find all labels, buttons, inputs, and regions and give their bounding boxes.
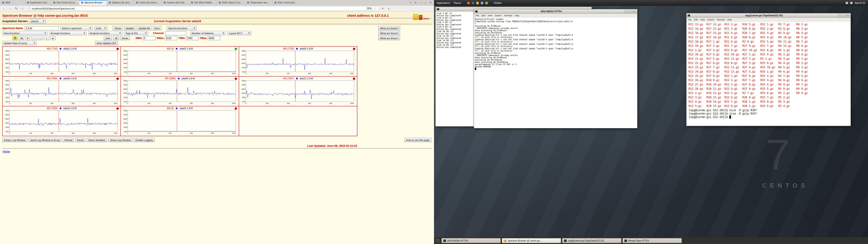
window-titlebar[interactable]: AIDA MIDAS HTTPd _ □ ×: [474, 9, 637, 14]
menu-help[interactable]: Help: [515, 14, 519, 17]
taskbar-window-button[interactable]: Spectrum Browser @ carme-gsi …: [502, 238, 561, 243]
auto-update-button[interactable]: Auto Update OFF: [95, 41, 118, 45]
menu-terminal[interactable]: Terminal: [504, 14, 512, 17]
delete-icon[interactable]: ×: [25, 36, 30, 40]
acquisition-server-select[interactable]: aida16: [30, 19, 46, 23]
browser-tab[interactable]: Control @ carme-…: [134, 0, 162, 5]
browser-tab[interactable]: GSI White Rabbit …: [189, 0, 217, 5]
terminal-launcher-icon[interactable]: [471, 2, 474, 4]
file-listing[interactable]: R12 13.gz R17 12.gz R21 2.gz R26 5.gz R3…: [686, 22, 850, 108]
places-menu[interactable]: Places: [454, 2, 461, 4]
view-functions-select[interactable]: View functions: [2, 31, 48, 35]
spectrum-plot-cell[interactable]: 465 (7742)aida01 1.8.W950090008500800075…: [2, 47, 121, 77]
action-update-button[interactable]: Update: [124, 26, 135, 30]
spectrum-plot[interactable]: 9500900085008000750070000200400600800100…: [240, 50, 356, 74]
close-icon[interactable]: [429, 1, 433, 4]
volume-icon[interactable]: [846, 2, 848, 4]
browser-tab[interactable]: Run Control @ ca…: [51, 0, 79, 5]
home-icon[interactable]: [20, 6, 25, 11]
play-icon[interactable]: ▶: [51, 36, 56, 40]
channel-input[interactable]: [165, 31, 186, 35]
menu-edit[interactable]: Edit: [694, 18, 698, 21]
browser-tab[interactable]: ASIC Control @ c…: [272, 0, 300, 5]
action-update-all-button[interactable]: Update All: [136, 26, 151, 30]
spectrum-plot[interactable]: 9500900085008000750070000200400600800100…: [240, 80, 356, 104]
taskbar-window-button[interactable]: npg@carme-gsi:/TapeData/G22-201: [562, 238, 621, 243]
footer-show-log-window-button[interactable]: Show Log Window: [108, 138, 132, 142]
list-tabs-icon[interactable]: [414, 1, 418, 4]
galleries-select[interactable]: Number of Galleries: [190, 31, 225, 35]
show-desktop-icon[interactable]: [436, 239, 439, 242]
select-spectrum-select[interactable]: Select a spectrum: [60, 26, 92, 30]
spectra-functions-select[interactable]: Spectra functions: [167, 26, 197, 30]
browser-tab[interactable]: System wide Che…: [162, 0, 189, 5]
spectrum-name-input[interactable]: [25, 26, 59, 30]
footer-enable-logging-button[interactable]: Enable Logging: [133, 138, 154, 142]
spectrum-plot-cell[interactable]: 465 (7562)aida15 1.8.W950090008500800075…: [2, 106, 121, 136]
reload-icon[interactable]: [14, 6, 19, 11]
text-editor-launcher-icon[interactable]: [480, 2, 484, 4]
site-info-icon[interactable]: i: [28, 7, 31, 10]
terminal-output[interactable]: RunControlClient loaded Completed custom…: [474, 18, 637, 71]
spectrum-plot[interactable]: 9500900085008000750070000200400600800100…: [3, 110, 119, 134]
minimize-icon[interactable]: [418, 1, 423, 4]
analysis-functions-select[interactable]: Analysis functions: [88, 31, 122, 35]
spectrum-plot[interactable]: 9500900085008000750070000200400600800100…: [3, 50, 119, 74]
menu-help[interactable]: Help: [727, 18, 732, 21]
url-bar[interactable]: i localhost:8015/Spectrum/Spectrum.tml 9…: [26, 6, 379, 11]
menu-edit[interactable]: Edit: [482, 14, 485, 17]
menu-view[interactable]: View: [488, 14, 492, 17]
spectrum-plot-cell[interactable]: 465 (8085)aida09 1.8.W950090008500800075…: [121, 77, 239, 106]
menu-search[interactable]: Search: [707, 18, 714, 21]
maximize-icon[interactable]: □: [842, 14, 845, 17]
what-are-these-button[interactable]: What are these?: [378, 36, 400, 40]
footer-reload-button[interactable]: Reload: [63, 138, 74, 142]
forward-icon[interactable]: [8, 6, 12, 11]
multi-select[interactable]: multi: [94, 26, 107, 30]
files-launcher-icon[interactable]: [476, 2, 479, 4]
what-are-these-button[interactable]: What are these?: [378, 26, 400, 30]
taskbar-window-button[interactable]: AIDA MIDAS HTTPd: [441, 238, 501, 243]
spectrum-plot[interactable]: 9500900085008000750070000200400600800100…: [122, 80, 238, 104]
browser-tab[interactable]: FADC Align & Con…: [217, 0, 245, 5]
spectrum-plot-cell[interactable]: 465 (7702)aida05 1.8.W950090008500800075…: [239, 47, 357, 77]
magnifier-icon[interactable]: [19, 36, 24, 40]
browser-tab[interactable]: Experiment Cont…: [25, 0, 51, 5]
how-to-use-button[interactable]: How to use this page: [404, 138, 431, 142]
browser-tab[interactable]: Spectrum Browse…: [79, 0, 107, 5]
maximize-icon[interactable]: □: [629, 10, 632, 13]
menu-file[interactable]: File: [475, 14, 479, 17]
clock[interactable]: Sat 01:21: [855, 2, 865, 4]
spectrum-plot[interactable]: 9500900085008000750070000200400600800100…: [122, 110, 238, 134]
spectrum-plot-cell[interactable]: 465 (0)aida02 1.8.W950090008500800075007…: [121, 47, 239, 77]
zoom-indicator[interactable]: 90%: [366, 7, 373, 10]
xmax-input[interactable]: [165, 36, 177, 40]
window-titlebar[interactable]: npg@carme-gsi:/TapeData/G22-201 _ □ ×: [686, 13, 850, 18]
mode-all-button[interactable]: all: [113, 36, 119, 40]
arrow-right-icon[interactable]: →: [38, 36, 43, 40]
spectrum-plot-cell[interactable]: 465 (7866)aida06 1.8.W950090008500800075…: [2, 77, 121, 106]
tags-fits-select[interactable]: Tags & Fits: [124, 31, 148, 35]
what-are-these-button[interactable]: What are these?: [378, 31, 400, 35]
home-link[interactable]: Home: [3, 150, 10, 153]
menu-search[interactable]: Search: [495, 14, 502, 17]
menu-terminal[interactable]: Terminal: [717, 18, 725, 21]
ymin-input[interactable]: [186, 36, 198, 40]
minimize-icon[interactable]: _: [838, 14, 841, 17]
close-icon[interactable]: ×: [846, 14, 849, 17]
shell-prompt[interactable]: [npg@carme-gsi G22-201]$ nice -9 gzip R3…: [686, 108, 850, 119]
update-rate-select[interactable]: Update Rate (4 secs): [2, 41, 37, 45]
xmin-input[interactable]: [143, 36, 156, 40]
maximize-icon[interactable]: [424, 1, 428, 4]
menu-icon[interactable]: [380, 6, 385, 11]
browser-tab[interactable]: Temperature and …: [245, 0, 272, 5]
footer-reset-button[interactable]: Reset: [75, 138, 86, 142]
system-monitor-launcher-icon[interactable]: [485, 2, 488, 4]
menu-view[interactable]: View: [700, 18, 705, 21]
browser-tab[interactable]: Statistics @ carm…: [107, 0, 134, 5]
action-show-button[interactable]: Show: [113, 26, 123, 30]
back-icon[interactable]: [2, 6, 6, 11]
spectrum-plot[interactable]: 9500900085008000750070000200400600800100…: [122, 50, 238, 74]
spectrum-plot[interactable]: 9500900085008000750070000200400600800100…: [3, 80, 119, 104]
bookmark-star-icon[interactable]: [374, 6, 377, 11]
